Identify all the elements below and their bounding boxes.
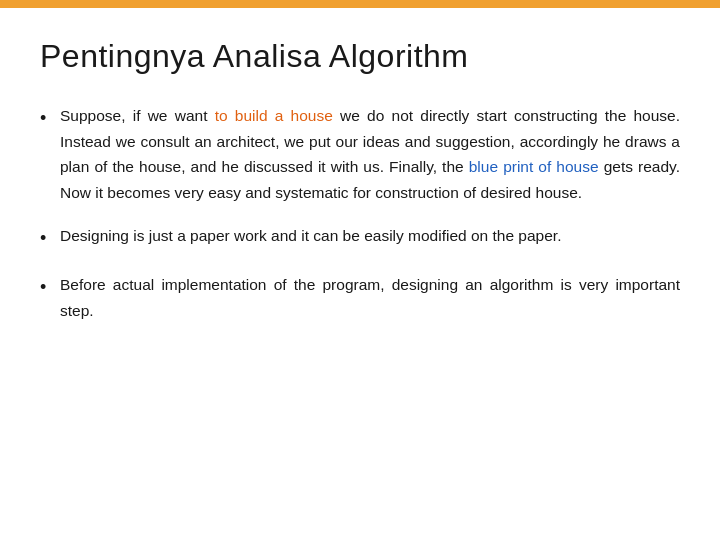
bullet-list: •Suppose, if we want to build a house we…	[40, 103, 680, 323]
highlight-orange-text: to build a house	[215, 107, 333, 124]
page-title: Pentingnya Analisa Algorithm	[40, 38, 680, 75]
bullet-text-3: Before actual implementation of the prog…	[60, 272, 680, 323]
bullet-dot-3: •	[40, 273, 60, 303]
bullet-text-1: Suppose, if we want to build a house we …	[60, 103, 680, 205]
highlight-blue-text: blue print of house	[469, 158, 599, 175]
bullet-dot-2: •	[40, 224, 60, 254]
bullet-item-3: •Before actual implementation of the pro…	[40, 272, 680, 323]
bullet-item-1: •Suppose, if we want to build a house we…	[40, 103, 680, 205]
bullet-dot-1: •	[40, 104, 60, 134]
content-area: Pentingnya Analisa Algorithm •Suppose, i…	[0, 8, 720, 371]
top-bar	[0, 0, 720, 8]
bullet-text-2: Designing is just a paper work and it ca…	[60, 223, 680, 249]
bullet-item-2: •Designing is just a paper work and it c…	[40, 223, 680, 254]
